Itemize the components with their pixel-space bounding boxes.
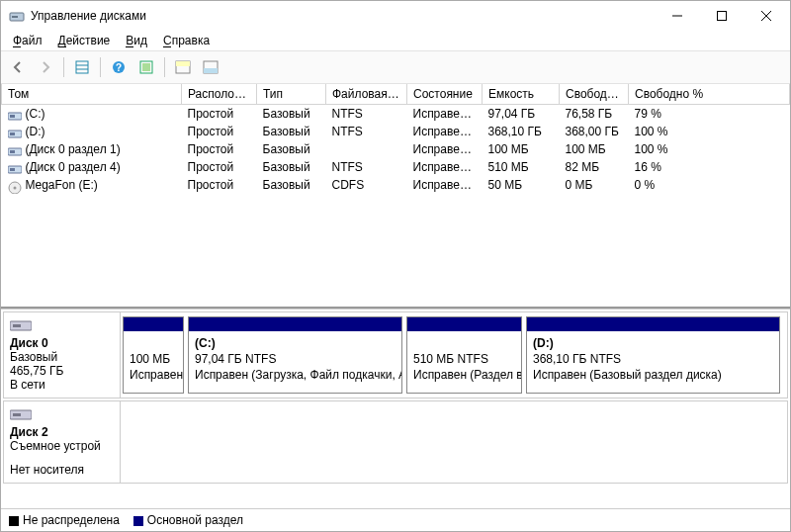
partition[interactable]: (D:)368,10 ГБ NTFSИсправен (Базовый разд…	[526, 316, 780, 394]
partition-bar	[124, 317, 183, 331]
disk-map[interactable]: Диск 0Базовый465,75 ГБВ сети 100 МБИспра…	[1, 309, 790, 508]
disk-row[interactable]: Диск 0Базовый465,75 ГБВ сети 100 МБИспра…	[3, 311, 788, 399]
partition-bar	[527, 317, 779, 331]
col-freepct[interactable]: Свободно %	[629, 84, 790, 105]
svg-rect-16	[204, 68, 218, 73]
titlebar: Управление дисками	[1, 1, 790, 31]
disk-label[interactable]: Диск 2Съемное устройНет носителя	[4, 401, 121, 483]
volume-icon	[8, 128, 22, 137]
menu-help[interactable]: Справка	[155, 32, 218, 49]
menubar: Файл Действие Вид Справка	[1, 31, 790, 50]
disk-icon	[10, 318, 32, 332]
partition[interactable]: 100 МБИсправен (Ш	[123, 316, 184, 394]
svg-rect-22	[10, 150, 15, 153]
volume-name: (D:)	[26, 125, 45, 138]
close-button[interactable]	[744, 1, 788, 31]
col-free[interactable]: Свобод…	[560, 84, 629, 105]
legend-primary: Основной раздел	[133, 513, 243, 527]
svg-rect-20	[10, 133, 15, 135]
svg-rect-14	[176, 61, 190, 66]
disk-partitions	[121, 401, 787, 483]
col-capacity[interactable]: Емкость	[483, 84, 560, 105]
legend: Не распределена Основной раздел	[1, 508, 790, 531]
volume-list[interactable]: Том Располож… Тип Файловая с… Состояние …	[1, 84, 790, 309]
window-title: Управление дисками	[31, 9, 655, 23]
svg-point-26	[13, 186, 16, 189]
back-button[interactable]	[5, 54, 31, 80]
show-bottom-button[interactable]	[198, 54, 223, 80]
volume-table: Том Располож… Тип Файловая с… Состояние …	[1, 84, 790, 194]
partition-bar	[407, 317, 521, 331]
maximize-button[interactable]	[699, 1, 744, 31]
disk-partitions: 100 МБИсправен (Ш(C:)97,04 ГБ NTFSИсправ…	[121, 312, 787, 398]
volume-icon	[8, 163, 22, 173]
disk-row[interactable]: Диск 2Съемное устройНет носителя	[3, 400, 788, 484]
svg-rect-18	[10, 115, 15, 118]
col-type[interactable]: Тип	[257, 84, 326, 105]
view-list-button[interactable]	[69, 54, 95, 80]
partition-bar	[189, 317, 401, 331]
volume-row[interactable]: (Диск 0 раздел 4)ПростойБазовыйNTFSИспра…	[2, 158, 790, 176]
refresh-button[interactable]	[133, 54, 159, 80]
svg-rect-24	[10, 168, 15, 171]
disk-management-window: Управление дисками Файл Действие Вид Спр…	[0, 0, 791, 532]
forward-button[interactable]	[33, 54, 58, 80]
help-button[interactable]: ?	[106, 54, 132, 80]
svg-rect-1	[12, 16, 18, 18]
menu-view[interactable]: Вид	[118, 32, 155, 49]
volume-name: (Диск 0 раздел 1)	[26, 142, 121, 156]
volume-name: (Диск 0 раздел 4)	[26, 160, 121, 174]
partition[interactable]: 510 МБ NTFSИсправен (Раздел в	[406, 316, 522, 394]
volume-icon	[8, 181, 22, 191]
volume-icon	[8, 110, 22, 120]
disk-label[interactable]: Диск 0Базовый465,75 ГБВ сети	[4, 312, 121, 398]
volume-row[interactable]: (D:)ПростойБазовыйNTFSИсправен…368,10 ГБ…	[2, 123, 790, 140]
volume-row[interactable]: (C:)ПростойБазовыйNTFSИсправен…97,04 ГБ7…	[2, 105, 790, 124]
toolbar-separator	[63, 57, 64, 77]
toolbar-separator	[100, 57, 101, 77]
svg-rect-3	[717, 12, 726, 21]
disk-icon	[10, 407, 32, 421]
col-layout[interactable]: Располож…	[182, 84, 257, 105]
volume-name: (C:)	[26, 107, 45, 121]
legend-unallocated: Не распределена	[9, 513, 120, 527]
window-controls	[655, 1, 788, 31]
svg-rect-12	[142, 63, 150, 71]
menu-action[interactable]: Действие	[50, 32, 119, 49]
show-top-button[interactable]	[170, 54, 196, 80]
minimize-button[interactable]	[655, 1, 699, 31]
primary-swatch	[133, 516, 143, 526]
menu-file[interactable]: Файл	[5, 32, 50, 49]
unallocated-swatch	[9, 516, 19, 526]
volume-row[interactable]: (Диск 0 раздел 1)ПростойБазовыйИсправен……	[2, 140, 790, 158]
toolbar-separator	[164, 57, 165, 77]
column-header-row: Том Располож… Тип Файловая с… Состояние …	[2, 84, 790, 105]
svg-text:?: ?	[116, 62, 122, 73]
volume-name: MegaFon (E:)	[26, 178, 98, 192]
toolbar: ?	[1, 50, 790, 84]
col-tom[interactable]: Том	[2, 84, 182, 105]
app-icon	[9, 8, 25, 24]
svg-rect-6	[76, 61, 88, 73]
svg-rect-30	[13, 413, 21, 416]
volume-row[interactable]: MegaFon (E:)ПростойБазовыйCDFSИсправен…5…	[2, 176, 790, 194]
partition[interactable]: (C:)97,04 ГБ NTFSИсправен (Загрузка, Фай…	[188, 316, 402, 394]
col-status[interactable]: Состояние	[407, 84, 483, 105]
col-fs[interactable]: Файловая с…	[326, 84, 407, 105]
svg-rect-28	[13, 324, 21, 327]
volume-icon	[8, 145, 22, 155]
